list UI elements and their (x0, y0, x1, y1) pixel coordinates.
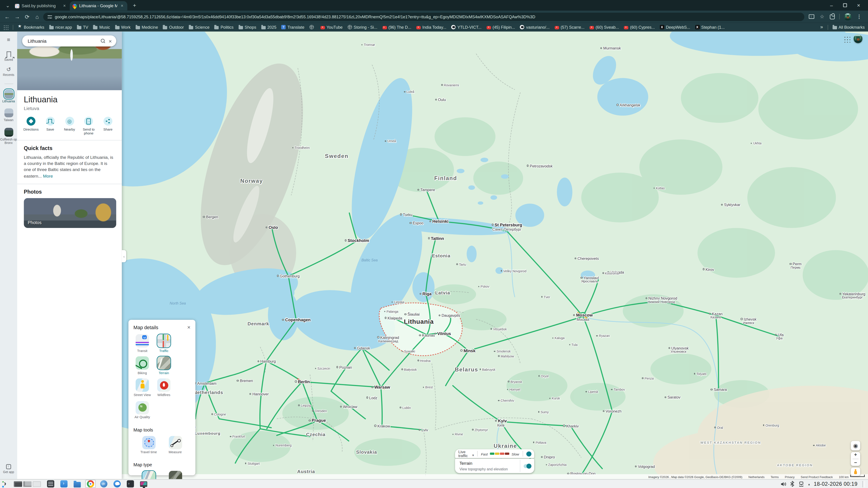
bookmark-item[interactable]: Bookmarks (18, 25, 44, 30)
minimize-button[interactable] (829, 2, 834, 8)
action-button[interactable]: Send to phone (79, 117, 98, 135)
tray-expand-icon[interactable] (808, 482, 810, 486)
zoom-out-button[interactable] (854, 460, 857, 465)
map-type-tile[interactable]: Satellite (166, 471, 184, 479)
bookmark-item[interactable]: Storing - Si... (348, 25, 377, 30)
bookmark-item[interactable] (309, 25, 315, 29)
bookmark-item[interactable]: Stephan (1... (695, 25, 725, 30)
get-app-button[interactable]: Get app (3, 464, 14, 474)
reload-button[interactable] (23, 13, 31, 20)
desktop-3[interactable] (33, 481, 41, 486)
app-launcher-icon[interactable] (2, 481, 9, 487)
install-icon[interactable] (809, 14, 814, 19)
virtual-desktop-pager[interactable] (14, 481, 41, 486)
bookmark-item[interactable]: Outdoor (163, 25, 184, 30)
map-tool-tile[interactable]: Measure (166, 436, 184, 454)
sidebar-item-recents[interactable]: Recents (3, 67, 14, 77)
live-traffic-toggle[interactable] (526, 452, 531, 456)
pegman-button[interactable] (851, 467, 860, 476)
terms-link[interactable]: Terms (771, 475, 779, 478)
apps-shortcut-icon[interactable] (3, 25, 8, 30)
recent-place-item[interactable]: Lithuania (0, 90, 17, 103)
home-button[interactable] (33, 13, 41, 20)
desktop-1[interactable] (14, 481, 22, 486)
desktop-2[interactable] (23, 481, 32, 486)
bookmark-item[interactable]: (60) Sveab... (590, 25, 619, 30)
map-detail-tile[interactable]: Wildfires (155, 379, 173, 397)
map-tool-tile[interactable]: Travel time (140, 436, 157, 454)
network-icon[interactable] (798, 481, 804, 486)
map-detail-tile[interactable]: Transit (133, 334, 151, 352)
close-button[interactable] (856, 2, 861, 8)
search-box[interactable] (22, 35, 116, 46)
taskbar-app[interactable] (112, 480, 123, 488)
tab-close-icon[interactable] (120, 3, 125, 8)
bookmark-item[interactable]: nicer.app (49, 25, 72, 30)
photos-thumbnail[interactable]: Photos (24, 198, 116, 228)
taskbar-app[interactable] (138, 480, 149, 488)
bookmark-item[interactable]: YTLD-VICT... (451, 25, 482, 30)
bookmark-item[interactable]: YouTube (320, 25, 343, 30)
maximize-button[interactable] (843, 3, 847, 7)
taskbar-app[interactable] (72, 480, 83, 488)
chevron-down-icon[interactable] (472, 449, 474, 459)
bookmark-item[interactable]: Science (189, 25, 209, 30)
bookmark-item[interactable]: India Today... (416, 25, 446, 30)
taskbar-app[interactable] (85, 480, 96, 488)
taskbar-app[interactable] (98, 480, 109, 488)
panel-collapse-handle[interactable] (122, 250, 126, 262)
forward-button[interactable] (13, 13, 21, 20)
feedback-link[interactable]: Send Product Feedback (801, 475, 833, 478)
search-icon[interactable] (101, 39, 105, 43)
bookmark-item[interactable]: Music (93, 25, 110, 30)
action-button[interactable]: Share (98, 117, 117, 135)
clock[interactable]: 18-02-2026 00:19 (814, 481, 857, 487)
search-input[interactable] (27, 38, 98, 44)
bookmarks-overflow-icon[interactable] (820, 24, 823, 30)
bookmark-item[interactable]: Shops (239, 25, 256, 30)
bookmark-item[interactable]: Politics (215, 25, 234, 30)
taskbar-app[interactable] (45, 480, 56, 488)
bookmark-star-icon[interactable] (819, 13, 825, 20)
browser-menu-icon[interactable] (856, 13, 862, 20)
taskbar-app[interactable] (125, 480, 135, 488)
bookmark-item[interactable]: (57) Scarre... (555, 25, 585, 30)
new-tab-button[interactable] (131, 1, 138, 9)
live-traffic-label[interactable]: Live traffic (458, 450, 470, 457)
all-bookmarks-button[interactable]: All Bookmarks (833, 25, 865, 30)
sidebar-item-saved[interactable]: Saved (4, 52, 13, 62)
profile-avatar[interactable] (844, 13, 851, 20)
extensions-icon[interactable] (830, 14, 835, 19)
bookmark-item[interactable]: (96) The D... (382, 25, 411, 30)
browser-tab[interactable]: Lithuania - Google M (70, 1, 127, 11)
map-detail-tile[interactable]: Biking (133, 357, 151, 375)
action-button[interactable]: Save (41, 117, 60, 135)
bookmark-item[interactable]: Medicine (135, 25, 158, 30)
google-apps-icon[interactable] (844, 36, 850, 42)
bookmark-item[interactable]: 2025 (261, 25, 276, 30)
terrain-toggle[interactable] (524, 464, 531, 468)
map-canvas[interactable]: Norway Sweden Finland Estonia Latvia Lit… (122, 32, 868, 479)
bookmark-item[interactable]: Work (115, 25, 131, 30)
map-detail-tile[interactable]: Street View (133, 379, 151, 397)
map-detail-tile[interactable]: Terrain (155, 357, 173, 375)
my-location-button[interactable] (851, 441, 860, 451)
tab-search-icon[interactable]: ⌄ (3, 1, 12, 9)
popup-close-icon[interactable] (187, 324, 190, 330)
back-button[interactable] (3, 13, 11, 20)
recent-place-item[interactable]: Coffeesh op Bronx (0, 128, 17, 145)
bluetooth-icon[interactable] (790, 481, 795, 487)
taskbar-app[interactable] (59, 480, 69, 488)
url-bar[interactable]: google.com/maps/place/Lithuania/@58.7159… (43, 12, 804, 21)
action-button[interactable]: Directions (22, 117, 40, 135)
recent-place-item[interactable]: Taiwan (0, 109, 17, 122)
browser-tab[interactable]: Said.by publishing (12, 1, 70, 11)
account-avatar[interactable] (854, 34, 862, 43)
show-desktop-button[interactable] (863, 481, 865, 487)
tab-close-icon[interactable] (62, 3, 67, 8)
bookmark-item[interactable]: (60) Cypres... (624, 25, 655, 30)
map-type-tile[interactable]: Default (140, 471, 157, 479)
bookmark-item[interactable]: DeepWebS... (660, 25, 690, 30)
search-close-icon[interactable] (108, 38, 112, 44)
action-button[interactable]: Nearby (60, 117, 79, 135)
